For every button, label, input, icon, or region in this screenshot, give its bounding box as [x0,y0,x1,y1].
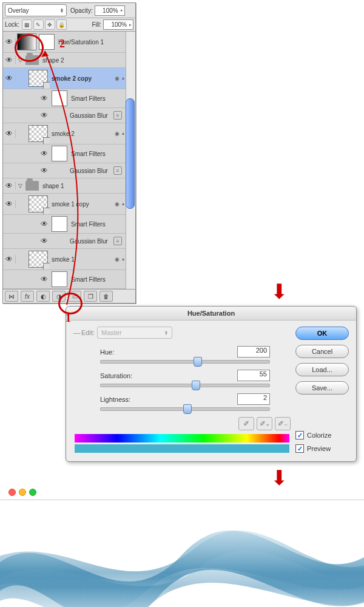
layer-thumbnail[interactable] [29,70,48,87]
slider-handle[interactable] [194,357,202,367]
annotation-label-1: 1 [66,312,71,325]
visibility-toggle[interactable]: 👁 [38,220,50,228]
lock-label: Lock: [5,21,19,28]
lock-pixels-icon[interactable]: ✎ [33,19,44,30]
collapse-icon[interactable]: ▴ [122,131,124,137]
layer-name: Hue/Saturation 1 [56,39,135,46]
lightness-slider[interactable] [100,407,270,411]
filter-name: Gaussian Blur [67,238,113,245]
layer-style-icon[interactable]: fx [21,291,34,302]
filter-options-icon[interactable]: ≡ [113,111,122,120]
layer-list-scrollbar[interactable] [126,32,135,289]
opacity-input[interactable]: 100% [95,5,125,16]
visibility-toggle[interactable]: 👁 [3,255,16,263]
lock-transparency-icon[interactable]: ▦ [22,19,32,30]
collapse-icon[interactable]: ▴ [122,256,124,262]
hue-label: Hue: [100,348,155,356]
visibility-toggle[interactable]: 👁 [38,149,50,158]
visibility-toggle[interactable]: 👁 [3,181,16,190]
filter-mask-thumbnail[interactable] [52,216,67,232]
filter-options-icon[interactable]: ≡ [113,237,122,245]
layer-row[interactable]: 👁 smoke 2 copy ◉▴ [3,68,135,89]
saturation-input[interactable]: 55 [237,370,270,381]
layer-row[interactable]: 👁 smoke 2 ◉▴ [3,123,135,144]
smart-object-icon: ◉ [115,75,120,81]
lock-position-icon[interactable]: ✥ [45,19,55,30]
layer-list: 👁 Hue/Saturation 1 👁 ▽ shape 2 👁 smoke 2… [3,32,135,289]
eyedropper-add-icon[interactable]: ✐₊ [257,417,272,430]
annotation-circle-2 [15,34,44,62]
hue-slider[interactable] [100,360,270,364]
hue-input[interactable]: 200 [237,346,270,358]
filter-mask-thumbnail[interactable] [52,146,67,161]
visibility-toggle[interactable]: 👁 [38,111,50,120]
eyedropper-icon[interactable]: ✐ [238,417,254,430]
smart-object-icon: ◉ [115,201,120,207]
layer-row[interactable]: 👁 smoke 1 copy ◉▴ [3,194,135,215]
slider-handle[interactable] [183,404,192,414]
preview-checkbox[interactable]: ✓Preview [295,444,349,453]
folder-icon [25,181,39,191]
smart-filters-row[interactable]: 👁 Smart Filters [3,89,135,108]
filter-name: Gaussian Blur [67,168,113,174]
filter-row[interactable]: 👁 Gaussian Blur ≡ [3,163,135,178]
filter-options-icon[interactable]: ≡ [113,166,122,175]
layer-name: smoke 1 [49,256,115,263]
collapse-icon[interactable]: ▴ [122,201,124,207]
layer-thumbnail[interactable] [29,195,48,212]
filter-mask-thumbnail[interactable] [52,90,67,106]
visibility-toggle[interactable]: 👁 [38,94,50,103]
layer-thumbnail[interactable] [29,251,48,268]
slider-handle[interactable] [192,381,200,390]
visibility-toggle[interactable]: 👁 [3,200,16,208]
eyedropper-subtract-icon[interactable]: ✐₋ [275,417,291,430]
minimize-window-icon[interactable] [19,489,26,496]
filter-name: Gaussian Blur [67,112,113,119]
collapse-icon[interactable]: ▴ [122,75,124,81]
layer-row[interactable]: 👁 smoke 1 ◉▴ [3,249,135,270]
saturation-slider[interactable] [100,384,270,387]
fill-label: Fill: [92,21,101,28]
filter-mask-thumbnail[interactable] [52,271,67,287]
smart-filters-row[interactable]: 👁 Smart Filters [3,144,135,163]
close-window-icon[interactable] [8,489,16,496]
document-window [0,485,364,607]
dropdown-arrows-icon: ▲▼ [164,330,168,335]
layer-name: smoke 1 copy [49,201,115,208]
scrollbar-thumb[interactable] [126,98,135,209]
layer-name: smoke 2 [49,131,115,137]
load-button[interactable]: Load... [295,363,349,376]
delete-layer-icon[interactable]: 🗑 [99,291,113,302]
visibility-toggle[interactable]: 👁 [3,38,16,46]
link-layers-icon[interactable]: ⋈ [5,291,18,302]
visibility-toggle[interactable]: 👁 [38,237,50,245]
visibility-toggle[interactable]: 👁 [38,166,50,175]
smart-filters-row[interactable]: 👁 Smart Filters [3,215,135,234]
visibility-toggle[interactable]: 👁 [3,129,16,138]
blend-mode-dropdown[interactable]: Overlay ▲▼ [5,4,67,16]
hue-spectrum-bar [75,434,289,443]
layer-mask-icon[interactable]: ◐ [36,291,50,302]
colorize-checkbox[interactable]: ✓Colorize [295,431,349,439]
lock-all-icon[interactable]: 🔒 [56,19,67,30]
zoom-window-icon[interactable] [29,489,36,496]
save-button[interactable]: Save... [295,381,349,395]
group-row[interactable]: 👁 ▽ shape 1 [3,178,135,194]
filter-row[interactable]: 👁 Gaussian Blur ≡ [3,108,135,123]
disclosure-triangle-icon[interactable]: ▽ [16,183,24,189]
filter-row[interactable]: 👁 Gaussian Blur ≡ [3,234,135,249]
annotation-label-2: 2 [59,38,65,50]
ok-button[interactable]: OK [295,327,349,340]
edit-dropdown[interactable]: Master ▲▼ [97,327,172,339]
smart-object-icon: ◉ [115,256,120,262]
edit-label: Edit: [81,329,95,336]
visibility-toggle[interactable]: 👁 [38,275,50,283]
layer-thumbnail[interactable] [29,125,48,142]
visibility-toggle[interactable]: 👁 [3,74,16,83]
visibility-toggle[interactable]: 👁 [3,56,16,64]
lightness-input[interactable]: 2 [237,393,270,405]
cancel-button[interactable]: Cancel [295,345,349,358]
new-layer-icon[interactable]: ❐ [84,291,97,302]
fill-input[interactable]: 100% [103,19,133,30]
smart-filters-row[interactable]: 👁 Smart Filters [3,270,135,289]
